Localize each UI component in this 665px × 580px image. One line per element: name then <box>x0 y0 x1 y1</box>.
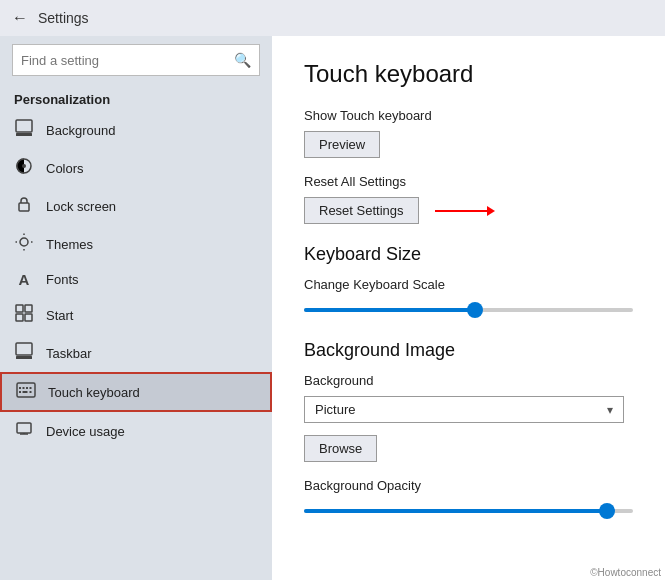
background-opacity-thumb[interactable] <box>599 503 615 519</box>
svg-rect-18 <box>23 387 25 389</box>
svg-rect-15 <box>16 356 32 359</box>
themes-icon <box>14 233 34 255</box>
chevron-down-icon: ▾ <box>607 403 613 417</box>
back-button[interactable]: ← <box>12 9 28 27</box>
taskbar-icon <box>14 342 34 364</box>
search-input[interactable] <box>21 53 234 68</box>
background-select[interactable]: Picture Solid Color None <box>315 402 607 417</box>
search-box-wrap: 🔍 <box>0 36 272 84</box>
touch-keyboard-icon <box>16 382 36 402</box>
svg-rect-12 <box>16 314 23 321</box>
svg-rect-4 <box>19 203 29 211</box>
keyboard-size-title: Keyboard Size <box>304 244 633 265</box>
sidebar-section-label: Personalization <box>0 84 272 111</box>
sidebar-item-lock-screen[interactable]: Lock screen <box>0 187 272 225</box>
start-icon <box>14 304 34 326</box>
svg-rect-0 <box>16 120 32 132</box>
arrow-indicator <box>435 202 495 220</box>
title-bar: ← Settings <box>0 0 665 36</box>
sidebar-item-device-usage[interactable]: Device usage <box>0 412 272 450</box>
svg-rect-10 <box>16 305 23 312</box>
touch-keyboard-label: Touch keyboard <box>48 385 140 400</box>
sidebar-item-start[interactable]: Start <box>0 296 272 334</box>
keyboard-scale-thumb[interactable] <box>467 302 483 318</box>
sidebar-item-fonts[interactable]: A Fonts <box>0 263 272 296</box>
background-dropdown-label: Background <box>304 373 633 388</box>
device-usage-icon <box>14 420 34 442</box>
browse-button[interactable]: Browse <box>304 435 377 462</box>
svg-rect-22 <box>23 391 28 393</box>
taskbar-label: Taskbar <box>46 346 92 361</box>
sidebar-item-themes[interactable]: Themes <box>0 225 272 263</box>
keyboard-scale-fill <box>304 308 475 312</box>
background-opacity-label: Background Opacity <box>304 478 633 493</box>
reset-settings-button[interactable]: Reset Settings <box>304 197 419 224</box>
colors-label: Colors <box>46 161 84 176</box>
svg-marker-28 <box>487 206 495 216</box>
svg-rect-1 <box>16 133 32 136</box>
svg-rect-21 <box>19 391 21 393</box>
preview-button[interactable]: Preview <box>304 131 380 158</box>
fonts-icon: A <box>14 271 34 288</box>
background-dropdown[interactable]: Picture Solid Color None ▾ <box>304 396 624 423</box>
sidebar-item-taskbar[interactable]: Taskbar <box>0 334 272 372</box>
start-label: Start <box>46 308 73 323</box>
keyboard-scale-slider[interactable] <box>304 300 633 320</box>
app-container: ← Settings 🔍 Personalization Background <box>0 0 665 580</box>
themes-label: Themes <box>46 237 93 252</box>
svg-rect-16 <box>17 383 35 397</box>
svg-point-5 <box>20 238 28 246</box>
sidebar-item-colors[interactable]: Colors <box>0 149 272 187</box>
background-icon <box>14 119 34 141</box>
change-keyboard-scale-label: Change Keyboard Scale <box>304 277 633 292</box>
svg-rect-17 <box>19 387 21 389</box>
background-opacity-fill <box>304 509 607 513</box>
svg-rect-19 <box>26 387 28 389</box>
content-area: Touch keyboard Show Touch keyboard Previ… <box>272 36 665 580</box>
device-usage-label: Device usage <box>46 424 125 439</box>
background-image-title: Background Image <box>304 340 633 361</box>
background-opacity-slider[interactable] <box>304 501 633 521</box>
lock-screen-label: Lock screen <box>46 199 116 214</box>
sidebar-item-background[interactable]: Background <box>0 111 272 149</box>
svg-rect-23 <box>30 391 32 393</box>
colors-icon <box>14 157 34 179</box>
search-box[interactable]: 🔍 <box>12 44 260 76</box>
watermark: ©Howtoconnect <box>590 567 661 578</box>
sidebar: 🔍 Personalization Background Colors <box>0 36 272 580</box>
keyboard-scale-track <box>304 308 633 312</box>
background-label: Background <box>46 123 115 138</box>
background-opacity-track <box>304 509 633 513</box>
show-touch-keyboard-label: Show Touch keyboard <box>304 108 633 123</box>
svg-rect-14 <box>16 343 32 355</box>
main-layout: 🔍 Personalization Background Colors <box>0 36 665 580</box>
reset-all-settings-label: Reset All Settings <box>304 174 633 189</box>
fonts-label: Fonts <box>46 272 79 287</box>
page-title: Touch keyboard <box>304 60 633 88</box>
reset-row: Reset Settings <box>304 197 633 224</box>
app-title: Settings <box>38 10 89 26</box>
svg-rect-11 <box>25 305 32 312</box>
svg-rect-24 <box>17 423 31 433</box>
svg-rect-20 <box>30 387 32 389</box>
sidebar-item-touch-keyboard[interactable]: Touch keyboard <box>0 372 272 412</box>
search-icon: 🔍 <box>234 52 251 68</box>
svg-point-3 <box>22 164 26 168</box>
lock-screen-icon <box>14 195 34 217</box>
svg-rect-13 <box>25 314 32 321</box>
